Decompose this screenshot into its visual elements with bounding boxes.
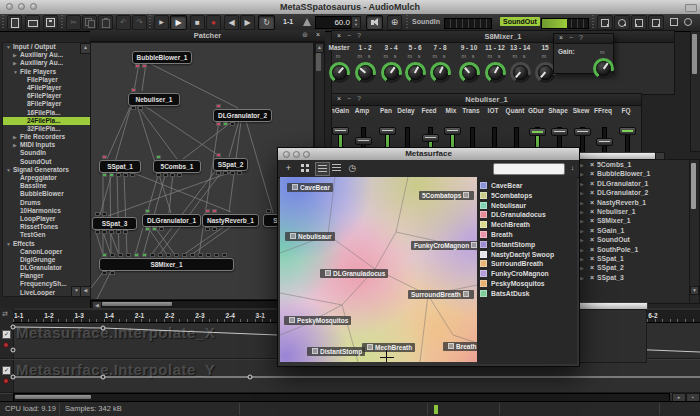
contraption-row[interactable]: ▶×SGain_1 bbox=[577, 226, 689, 235]
node-input-port[interactable] bbox=[266, 209, 271, 213]
surface-cursor-icon[interactable] bbox=[380, 357, 394, 358]
mixer-knob[interactable] bbox=[355, 62, 376, 83]
node-output-port[interactable] bbox=[123, 173, 128, 177]
node-input-port[interactable] bbox=[212, 209, 217, 213]
snapshot-list-item[interactable]: FunkyCroMagnon bbox=[477, 269, 577, 279]
gain-close-button[interactable]: × bbox=[557, 34, 565, 41]
tree-item[interactable]: Arpeggiator bbox=[3, 174, 91, 182]
snapshot-label[interactable]: DistantStomp bbox=[307, 347, 365, 356]
remove-icon[interactable]: × bbox=[587, 198, 597, 207]
node-input-port[interactable] bbox=[174, 253, 179, 257]
mixer-knob[interactable] bbox=[329, 62, 350, 83]
mute-solo-labels[interactable]: m s bbox=[352, 53, 378, 59]
tree-item[interactable]: SoundIn bbox=[3, 149, 91, 157]
snapshot-label[interactable]: DLGranuladocus bbox=[320, 269, 388, 278]
contraption-row[interactable]: ▶×5Combs_1 bbox=[577, 160, 689, 169]
node-input-port[interactable] bbox=[206, 253, 211, 257]
tree-item[interactable]: 8FilePlayer bbox=[3, 100, 91, 108]
sidebar-vscroll-thumb[interactable] bbox=[691, 163, 696, 209]
snapshot-label[interactable]: PeskyMosquitos bbox=[284, 316, 351, 325]
copy-button[interactable] bbox=[82, 15, 97, 30]
contraption-row[interactable]: ▶×SSpat_1 bbox=[577, 254, 689, 263]
node-output-port[interactable] bbox=[177, 173, 182, 177]
tree-item[interactable]: ▶Auxiliary Au... bbox=[3, 59, 91, 67]
node-input-port[interactable] bbox=[134, 253, 139, 257]
tree-item[interactable]: LoopPlayer bbox=[3, 215, 91, 223]
expand-icon[interactable]: ▶ bbox=[13, 133, 20, 141]
snapshot-list-item[interactable]: PeskyMosquitos bbox=[477, 279, 577, 289]
remove-icon[interactable]: × bbox=[587, 235, 597, 244]
tree-item[interactable]: Drums bbox=[3, 199, 91, 207]
snapshot-list-item[interactable]: Nebulisaur bbox=[477, 201, 577, 211]
patch-node[interactable]: DLGranulator_1 bbox=[142, 214, 201, 227]
grid-view-button[interactable] bbox=[298, 162, 311, 174]
node-output-port[interactable] bbox=[223, 171, 228, 175]
node-input-port[interactable] bbox=[102, 155, 107, 159]
node-output-port[interactable] bbox=[212, 227, 217, 231]
tree-item[interactable]: 10Harmonics bbox=[3, 207, 91, 215]
metasurface-minimize-button[interactable] bbox=[293, 151, 300, 158]
expand-icon[interactable]: ▶ bbox=[13, 141, 20, 149]
save-button[interactable] bbox=[43, 15, 58, 30]
list-view-button[interactable] bbox=[315, 162, 330, 176]
node-input-port[interactable] bbox=[216, 153, 221, 157]
node-output-port[interactable] bbox=[116, 173, 121, 177]
snapshot-list-item[interactable]: 5Combatops bbox=[477, 191, 577, 201]
collapse-icon[interactable]: ▼ bbox=[6, 240, 13, 248]
remove-icon[interactable]: × bbox=[587, 245, 597, 254]
tree-item[interactable]: DigiGrunge bbox=[3, 256, 91, 264]
toggle-console-button[interactable] bbox=[667, 15, 681, 28]
remove-icon[interactable]: × bbox=[587, 216, 597, 225]
tree-item[interactable]: 16FilePla... bbox=[3, 109, 91, 117]
node-output-port[interactable] bbox=[109, 230, 114, 234]
patcher-scroll-up-icon[interactable]: ▲ bbox=[315, 43, 324, 53]
metasurface-zoom-button[interactable] bbox=[303, 151, 310, 158]
node-output-port[interactable] bbox=[95, 230, 100, 234]
patch-node[interactable]: DLGranulator_2 bbox=[213, 109, 272, 122]
patch-node[interactable]: S8Mixer_1 bbox=[99, 258, 234, 271]
open-file-button[interactable] bbox=[25, 15, 40, 30]
tree-item[interactable]: TestGen bbox=[3, 231, 91, 239]
node-output-port[interactable] bbox=[216, 122, 221, 126]
tree-item[interactable]: Bassline bbox=[3, 182, 91, 190]
gain-knob[interactable] bbox=[593, 58, 614, 79]
patcher-close-button[interactable]: × bbox=[314, 31, 322, 38]
metronome-mute-button[interactable] bbox=[366, 15, 383, 30]
node-input-port[interactable] bbox=[214, 253, 219, 257]
snapshot-search-input[interactable] bbox=[493, 163, 565, 175]
patch-node[interactable]: Nebuliser_1 bbox=[128, 93, 180, 106]
snapshot-label[interactable]: 5Combatops bbox=[419, 191, 474, 200]
node-input-port[interactable] bbox=[222, 253, 227, 257]
main-vscroll-thumb[interactable] bbox=[692, 34, 697, 74]
node-output-port[interactable] bbox=[230, 171, 235, 175]
mute-solo-labels[interactable]: m s bbox=[427, 53, 453, 59]
patcher-vscroll-thumb[interactable] bbox=[316, 53, 321, 71]
tree-item[interactable]: ▼Signal Generators bbox=[3, 166, 91, 174]
mute-solo-labels[interactable]: m s bbox=[456, 53, 482, 59]
remove-icon[interactable]: × bbox=[587, 179, 597, 188]
slider-handle[interactable] bbox=[355, 137, 372, 145]
remove-icon[interactable]: × bbox=[587, 254, 597, 263]
contraption-row[interactable]: ▶×DLGranulator_1 bbox=[577, 179, 689, 188]
tree-item[interactable]: ▶MIDI Inputs bbox=[3, 141, 91, 149]
cut-button[interactable]: ✂ bbox=[66, 15, 81, 30]
node-output-port[interactable] bbox=[156, 173, 161, 177]
mute-solo-labels[interactable]: m s bbox=[507, 53, 533, 59]
mixer-knob[interactable] bbox=[405, 62, 426, 83]
metasurface-surface[interactable]: CaveBear5CombatopsNebulisaurFunkyCroMagn… bbox=[280, 177, 477, 362]
go-to-end-button[interactable]: ▶ bbox=[240, 15, 255, 30]
contraption-row[interactable]: ▶×NastyReverb_1 bbox=[577, 198, 689, 207]
node-output-port[interactable] bbox=[102, 271, 107, 275]
node-input-port[interactable] bbox=[126, 253, 131, 257]
paste-button[interactable] bbox=[98, 15, 113, 30]
slider-handle[interactable] bbox=[551, 128, 568, 136]
slider-handle[interactable] bbox=[332, 127, 349, 135]
node-input-port[interactable] bbox=[158, 253, 163, 257]
titlebar-widget-icon[interactable] bbox=[685, 4, 697, 12]
step-play-button[interactable]: ▶ bbox=[154, 15, 169, 30]
snapshot-label[interactable]: SurroundBreath bbox=[408, 290, 474, 299]
tree-item[interactable]: FilePlayer bbox=[3, 76, 91, 84]
node-output-port[interactable] bbox=[130, 173, 135, 177]
mixer-knob[interactable] bbox=[381, 62, 402, 83]
node-output-port[interactable] bbox=[123, 230, 128, 234]
